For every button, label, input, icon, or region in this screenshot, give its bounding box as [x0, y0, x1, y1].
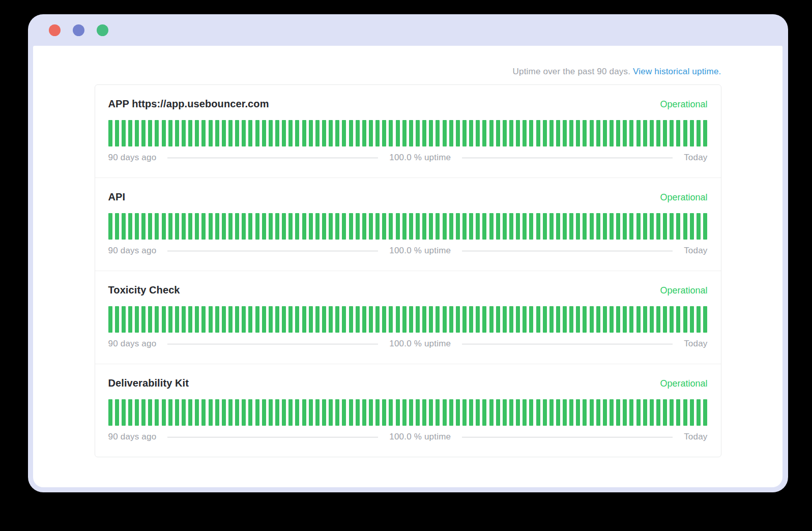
uptime-day-bar[interactable] — [315, 399, 320, 426]
uptime-day-bar[interactable] — [623, 213, 627, 240]
uptime-day-bar[interactable] — [302, 399, 306, 426]
uptime-day-bar[interactable] — [182, 213, 186, 240]
uptime-day-bar[interactable] — [543, 120, 547, 146]
uptime-day-bar[interactable] — [536, 120, 540, 146]
uptime-day-bar[interactable] — [697, 120, 701, 146]
uptime-day-bar[interactable] — [476, 213, 480, 240]
uptime-day-bar[interactable] — [115, 120, 119, 146]
uptime-day-bar[interactable] — [476, 306, 480, 333]
uptime-day-bar[interactable] — [342, 120, 346, 146]
uptime-day-bar[interactable] — [489, 120, 494, 146]
uptime-day-bar[interactable] — [382, 306, 386, 333]
uptime-day-bar[interactable] — [356, 213, 360, 240]
uptime-day-bar[interactable] — [209, 120, 213, 146]
uptime-day-bar[interactable] — [269, 213, 273, 240]
uptime-day-bar[interactable] — [108, 306, 112, 333]
uptime-day-bar[interactable] — [262, 120, 266, 146]
uptime-day-bar[interactable] — [141, 120, 146, 146]
uptime-day-bar[interactable] — [549, 213, 554, 240]
uptime-day-bar[interactable] — [389, 306, 393, 333]
uptime-day-bar[interactable] — [656, 120, 660, 146]
uptime-day-bar[interactable] — [108, 213, 112, 240]
uptime-day-bar[interactable] — [201, 213, 206, 240]
uptime-day-bar[interactable] — [536, 399, 540, 426]
uptime-day-bar[interactable] — [155, 120, 159, 146]
uptime-day-bar[interactable] — [382, 399, 386, 426]
uptime-day-bar[interactable] — [141, 306, 146, 333]
uptime-day-bar[interactable] — [643, 120, 647, 146]
uptime-day-bar[interactable] — [275, 399, 279, 426]
uptime-day-bar[interactable] — [235, 120, 239, 146]
uptime-day-bar[interactable] — [576, 120, 580, 146]
uptime-day-bar[interactable] — [496, 213, 500, 240]
uptime-day-bar[interactable] — [195, 306, 199, 333]
uptime-day-bar[interactable] — [536, 213, 540, 240]
uptime-day-bar[interactable] — [288, 399, 293, 426]
uptime-day-bar[interactable] — [636, 120, 641, 146]
uptime-day-bar[interactable] — [583, 213, 587, 240]
uptime-day-bar[interactable] — [162, 120, 166, 146]
uptime-day-bar[interactable] — [195, 213, 199, 240]
uptime-day-bar[interactable] — [549, 306, 554, 333]
uptime-day-bar[interactable] — [482, 213, 486, 240]
uptime-day-bar[interactable] — [422, 120, 426, 146]
uptime-day-bar[interactable] — [636, 306, 641, 333]
uptime-day-bar[interactable] — [402, 120, 407, 146]
uptime-day-bar[interactable] — [282, 120, 286, 146]
uptime-day-bar[interactable] — [482, 399, 486, 426]
uptime-day-bar[interactable] — [369, 399, 373, 426]
uptime-day-bar[interactable] — [209, 399, 213, 426]
uptime-day-bar[interactable] — [663, 213, 667, 240]
uptime-day-bar[interactable] — [182, 399, 186, 426]
uptime-day-bar[interactable] — [516, 306, 520, 333]
uptime-day-bar[interactable] — [670, 399, 674, 426]
uptime-day-bar[interactable] — [168, 120, 172, 146]
uptime-day-bar[interactable] — [429, 399, 433, 426]
uptime-day-bar[interactable] — [449, 306, 453, 333]
uptime-day-bar[interactable] — [315, 120, 320, 146]
uptime-day-bar[interactable] — [590, 120, 594, 146]
uptime-day-bar[interactable] — [269, 399, 273, 426]
uptime-day-bar[interactable] — [175, 120, 179, 146]
uptime-day-bar[interactable] — [168, 213, 172, 240]
uptime-day-bar[interactable] — [697, 213, 701, 240]
uptime-day-bar[interactable] — [409, 306, 413, 333]
uptime-day-bar[interactable] — [496, 399, 500, 426]
uptime-day-bar[interactable] — [269, 120, 273, 146]
uptime-day-bar[interactable] — [362, 399, 366, 426]
uptime-day-bar[interactable] — [162, 213, 166, 240]
uptime-day-bar[interactable] — [282, 399, 286, 426]
uptime-day-bar[interactable] — [356, 306, 360, 333]
uptime-day-bar[interactable] — [222, 306, 226, 333]
uptime-day-bar[interactable] — [610, 399, 614, 426]
uptime-day-bar[interactable] — [356, 120, 360, 146]
uptime-day-bar[interactable] — [590, 306, 594, 333]
uptime-day-bar[interactable] — [449, 213, 453, 240]
uptime-day-bar[interactable] — [362, 213, 366, 240]
uptime-day-bar[interactable] — [603, 399, 607, 426]
uptime-day-bar[interactable] — [349, 120, 353, 146]
uptime-day-bar[interactable] — [536, 306, 540, 333]
uptime-day-bar[interactable] — [128, 306, 132, 333]
uptime-day-bar[interactable] — [235, 213, 239, 240]
uptime-day-bar[interactable] — [543, 399, 547, 426]
uptime-day-bar[interactable] — [141, 399, 146, 426]
uptime-day-bar[interactable] — [556, 306, 560, 333]
uptime-day-bar[interactable] — [242, 120, 246, 146]
uptime-day-bar[interactable] — [329, 306, 333, 333]
uptime-day-bar[interactable] — [242, 306, 246, 333]
uptime-day-bar[interactable] — [335, 306, 339, 333]
uptime-day-bar[interactable] — [182, 306, 186, 333]
uptime-day-bar[interactable] — [108, 399, 112, 426]
uptime-day-bar[interactable] — [462, 306, 467, 333]
uptime-day-bar[interactable] — [235, 306, 239, 333]
uptime-day-bar[interactable] — [222, 120, 226, 146]
uptime-day-bar[interactable] — [309, 213, 313, 240]
uptime-day-bar[interactable] — [643, 306, 647, 333]
uptime-day-bar[interactable] — [583, 120, 587, 146]
uptime-day-bar[interactable] — [623, 399, 627, 426]
uptime-bar-strip[interactable] — [108, 213, 708, 240]
uptime-day-bar[interactable] — [302, 306, 306, 333]
uptime-day-bar[interactable] — [322, 213, 326, 240]
uptime-day-bar[interactable] — [255, 213, 259, 240]
